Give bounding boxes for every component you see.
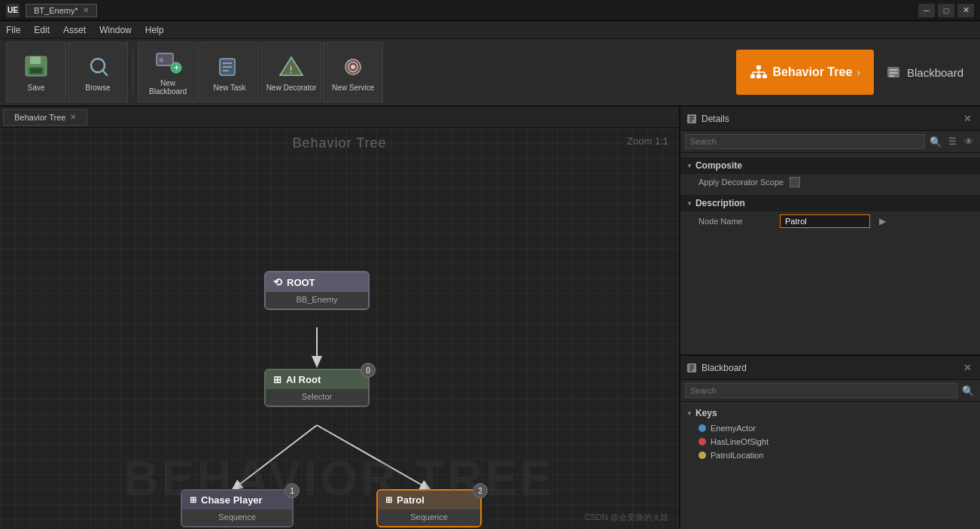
patrol-badge: 2 bbox=[473, 483, 488, 498]
node-name-arrow-icon: ▶ bbox=[879, 216, 886, 226]
main-area: Behavior Tree ✕ Behavior Tree Zoom 1:1 bbox=[0, 107, 980, 529]
toolbar-divider-1 bbox=[132, 50, 133, 95]
menu-help[interactable]: Help bbox=[145, 25, 164, 35]
apply-decorator-checkbox[interactable] bbox=[790, 177, 800, 187]
description-section-header[interactable]: ▼ Description bbox=[680, 195, 980, 211]
bb-search-input[interactable] bbox=[685, 383, 957, 398]
composite-section-header[interactable]: ▼ Composite bbox=[680, 157, 980, 174]
chase-player-node[interactable]: 1 ⊞ Chase Player Sequence bbox=[181, 489, 294, 527]
details-panel-icon bbox=[686, 114, 697, 124]
ai-root-node[interactable]: 0 ⊞ AI Root Selector bbox=[264, 369, 370, 407]
canvas-zoom: Zoom 1:1 bbox=[627, 135, 668, 147]
behavior-tree-chevron-icon: › bbox=[857, 66, 860, 78]
new-task-button[interactable]: New Task bbox=[199, 42, 260, 102]
menubar: File Edit Asset Window Help bbox=[0, 21, 980, 39]
chase-player-badge: 1 bbox=[285, 483, 300, 498]
root-node-icon: ⟲ bbox=[273, 276, 282, 288]
bb-key-has-line-of-sight[interactable]: HasLineOfSight bbox=[680, 435, 980, 448]
has-line-of-sight-label: HasLineOfSight bbox=[711, 437, 768, 446]
canvas-tab-close-icon[interactable]: ✕ bbox=[70, 113, 76, 121]
menu-window[interactable]: Window bbox=[99, 25, 132, 35]
bb-search-row: 🔍 bbox=[680, 380, 980, 402]
new-service-label: New Service bbox=[332, 84, 374, 92]
details-panel: Details ✕ 🔍 ☰ 👁 ▼ Composite Appl bbox=[680, 107, 980, 356]
enemy-actor-label: EnemyActor bbox=[711, 424, 756, 433]
new-decorator-label: New Decorator bbox=[266, 84, 317, 92]
node-name-input[interactable] bbox=[780, 214, 870, 228]
blackboard-tab[interactable]: Blackboard bbox=[875, 50, 974, 95]
bb-search-icon-button[interactable]: 🔍 bbox=[960, 384, 975, 398]
canvas-area[interactable]: Behavior Tree ✕ Behavior Tree Zoom 1:1 bbox=[0, 107, 679, 529]
titlebar: UE BT_Enemy* ✕ ─ □ ✕ bbox=[0, 0, 980, 21]
details-content: ▼ Composite Apply Decorator Scope ▼ Desc… bbox=[680, 153, 980, 354]
apply-decorator-row: Apply Decorator Scope bbox=[680, 174, 980, 190]
new-service-button[interactable]: New Service bbox=[323, 42, 383, 102]
new-task-icon bbox=[215, 53, 245, 81]
root-node-title: ROOT bbox=[287, 277, 315, 288]
blackboard-panel-icon bbox=[686, 363, 697, 373]
toolbar: Save Browse ≡+ New Blackboard New Task !… bbox=[0, 39, 980, 107]
new-decorator-icon: ! bbox=[276, 53, 306, 81]
patrol-location-label: PatrolLocation bbox=[711, 451, 763, 460]
svg-rect-18 bbox=[756, 65, 761, 69]
new-blackboard-button[interactable]: ≡+ New Blackboard bbox=[138, 42, 198, 102]
tab-close-icon[interactable]: ✕ bbox=[83, 6, 89, 14]
blackboard-close-button[interactable]: ✕ bbox=[961, 362, 974, 373]
behavior-tree-tab[interactable]: Behavior Tree › bbox=[736, 50, 874, 95]
details-search-row: 🔍 ☰ 👁 bbox=[680, 131, 980, 153]
patrol-node-title: Patrol bbox=[397, 494, 425, 506]
composite-triangle-icon: ▼ bbox=[686, 163, 692, 169]
details-header-left: Details bbox=[686, 114, 729, 124]
description-section-label: Description bbox=[695, 198, 745, 208]
bb-keys-label: Keys bbox=[695, 408, 717, 418]
win-max-button[interactable]: □ bbox=[938, 4, 954, 17]
bb-keys-section: ▼ Keys bbox=[680, 405, 980, 421]
behavior-tree-tab-icon bbox=[750, 65, 768, 80]
bb-key-patrol-location[interactable]: PatrolLocation bbox=[680, 448, 980, 462]
root-node[interactable]: ⟲ ROOT BB_Enemy bbox=[264, 271, 370, 310]
details-search-icon-button[interactable]: 🔍 bbox=[928, 135, 943, 149]
details-header: Details ✕ bbox=[680, 107, 980, 131]
browse-label: Browse bbox=[85, 84, 110, 92]
blackboard-tab-icon bbox=[886, 65, 901, 79]
svg-rect-20 bbox=[756, 74, 761, 78]
details-search-input[interactable] bbox=[685, 134, 925, 149]
svg-text:≡: ≡ bbox=[159, 56, 163, 64]
canvas-credit: CSDN @会变身的火娃 bbox=[585, 512, 668, 523]
details-header-right: ✕ bbox=[961, 113, 974, 124]
ai-root-node-icon: ⊞ bbox=[273, 374, 282, 385]
svg-rect-1 bbox=[30, 56, 41, 64]
details-list-view-button[interactable]: ☰ bbox=[946, 135, 959, 148]
chase-player-node-body: Sequence bbox=[182, 509, 292, 526]
save-label: Save bbox=[28, 84, 45, 92]
description-triangle-icon: ▼ bbox=[686, 200, 692, 207]
browse-button[interactable]: Browse bbox=[68, 42, 128, 102]
has-line-of-sight-dot bbox=[698, 438, 706, 445]
canvas-tab-label: Behavior Tree bbox=[14, 113, 65, 122]
apply-decorator-label: Apply Decorator Scope bbox=[698, 178, 784, 187]
patrol-node[interactable]: 2 ⊞ Patrol Sequence bbox=[376, 489, 482, 527]
canvas-tab[interactable]: Behavior Tree ✕ bbox=[3, 109, 87, 126]
ai-root-node-header: ⊞ AI Root bbox=[266, 370, 368, 389]
details-close-button[interactable]: ✕ bbox=[961, 113, 974, 124]
menu-edit[interactable]: Edit bbox=[34, 25, 50, 35]
blackboard-title: Blackboard bbox=[702, 363, 747, 373]
canvas-grid[interactable]: Behavior Tree Zoom 1:1 bbox=[0, 128, 679, 529]
details-eye-button[interactable]: 👁 bbox=[962, 135, 975, 148]
svg-point-17 bbox=[351, 65, 355, 69]
save-button[interactable]: Save bbox=[6, 42, 66, 102]
bb-key-enemy-actor[interactable]: EnemyActor bbox=[680, 421, 980, 435]
menu-asset[interactable]: Asset bbox=[63, 25, 86, 35]
menu-file[interactable]: File bbox=[6, 25, 20, 35]
new-decorator-button[interactable]: ! New Decorator bbox=[261, 42, 321, 102]
composite-section-label: Composite bbox=[695, 160, 742, 171]
svg-text:!: ! bbox=[288, 65, 294, 75]
ue-logo: UE bbox=[6, 4, 20, 17]
svg-line-5 bbox=[103, 70, 108, 75]
win-close-button[interactable]: ✕ bbox=[957, 4, 974, 17]
svg-rect-3 bbox=[31, 68, 41, 73]
win-min-button[interactable]: ─ bbox=[918, 4, 935, 17]
right-panel: Details ✕ 🔍 ☰ 👁 ▼ Composite Appl bbox=[679, 107, 980, 529]
titlebar-tab[interactable]: BT_Enemy* ✕ bbox=[26, 4, 97, 17]
save-icon bbox=[21, 53, 51, 81]
